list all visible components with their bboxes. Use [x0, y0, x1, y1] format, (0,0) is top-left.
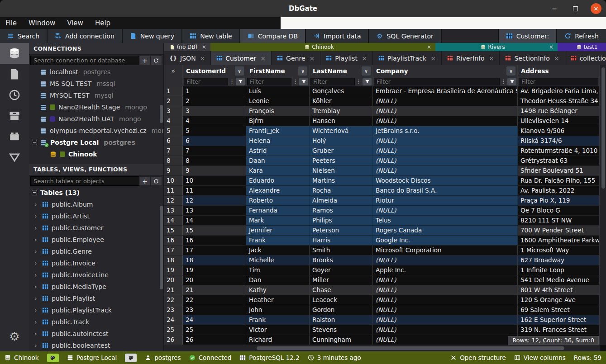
rail-item-file[interactable] [0, 64, 29, 85]
cell-customerid[interactable]: 21 [183, 285, 246, 295]
column-header-firstname[interactable]: FirstName∨ [246, 65, 310, 77]
cell-address[interactable]: Qe 7 Bloco G [518, 206, 600, 215]
cell-firstname[interactable]: Dan [246, 275, 310, 285]
cell-address[interactable]: Rotenturmstraße 4, 1010 I [518, 146, 600, 156]
cell-company[interactable]: (NULL) [373, 96, 518, 106]
filter-input-company[interactable] [374, 78, 500, 85]
close-icon[interactable]: × [310, 55, 315, 62]
close-icon[interactable]: × [489, 55, 494, 62]
rail-item-clock[interactable] [0, 85, 29, 105]
rail-item-puzzle[interactable] [0, 126, 29, 147]
cell-lastname[interactable]: Nielsen [310, 166, 373, 175]
table-item-public-album[interactable]: ›public.Album [29, 199, 163, 210]
filter-input-customerid[interactable] [184, 78, 228, 85]
filter-funnel-button[interactable] [363, 78, 372, 85]
cell-company[interactable]: Banco do Brasil S.A. [373, 186, 518, 195]
cell-address[interactable]: 1 Infinite Loop [518, 265, 600, 275]
cell-company[interactable]: Riotur [373, 196, 518, 205]
menu-item-help[interactable]: Help [95, 19, 110, 27]
toolbar-button-new-query[interactable]: New query [123, 29, 182, 43]
cell-customerid[interactable]: 24 [183, 315, 246, 325]
menu-item-window[interactable]: Window [29, 19, 55, 27]
cell-lastname[interactable]: Almeida [310, 196, 373, 205]
cell-lastname[interactable]: Harris [310, 236, 373, 245]
cell-lastname[interactable]: Chase [310, 285, 373, 295]
cell-company[interactable]: (NULL) [373, 315, 518, 325]
grid-corner-button[interactable]: » [164, 65, 183, 77]
cell-lastname[interactable]: Rocha [310, 186, 373, 195]
cell-lastname[interactable]: Gonçalves [310, 86, 373, 96]
table-item-public-mediatype[interactable]: ›public.MediaType [29, 281, 163, 293]
chevron-right-icon[interactable]: › [34, 330, 39, 337]
tables-search-input[interactable] [30, 176, 139, 186]
tab-playlist[interactable]: Playlist× [320, 51, 373, 65]
cell-firstname[interactable]: Frank [246, 315, 310, 325]
title-bar[interactable]: DbGate − ✕ [0, 0, 606, 17]
cell-customerid[interactable]: 23 [183, 305, 246, 315]
row-number[interactable]: 19 [164, 265, 183, 275]
row-number[interactable]: 18 [164, 255, 183, 265]
cell-firstname[interactable]: Leonie [246, 96, 310, 106]
table-item-public-playlisttrack[interactable]: ›public.PlaylistTrack [29, 304, 163, 316]
refresh-tables-button[interactable] [151, 176, 162, 186]
connection-item-chinook[interactable]: Chinook [29, 148, 163, 160]
row-number[interactable]: 5 [164, 126, 183, 136]
close-icon[interactable]: × [200, 44, 208, 50]
cell-address[interactable]: 801 W 4th Street [518, 285, 600, 295]
row-number[interactable]: 1 [164, 86, 183, 96]
cell-firstname[interactable]: Tim [246, 265, 310, 275]
cell-company[interactable]: Microsoft Corporation [373, 246, 518, 255]
chevron-right-icon[interactable]: › [34, 283, 39, 290]
cell-address[interactable]: 162 E Superior Street [518, 315, 600, 325]
database-group-tab-rivers[interactable]: Rivers× [435, 43, 558, 51]
rail-item-settings[interactable]: ⚙ [0, 326, 29, 347]
cell-address[interactable]: 627 Broadway [518, 255, 600, 265]
cell-company[interactable]: (NULL) [373, 295, 518, 305]
cell-lastname[interactable]: Ramos [310, 206, 373, 215]
dots-menu-icon[interactable]: ⋮ [501, 78, 506, 85]
cell-company[interactable]: (NULL) [373, 156, 518, 165]
filter-input-firstname[interactable] [247, 78, 291, 85]
cell-customerid[interactable]: 13 [183, 206, 246, 215]
cell-address[interactable]: Praça Pio X, 119 [518, 196, 600, 205]
chevron-down-icon[interactable]: ∨ [298, 66, 307, 76]
cell-address[interactable]: Klanova 9/506 [518, 126, 600, 136]
tab-riverinfo[interactable]: RiverInfo× [442, 51, 500, 65]
tab-playlisttrack[interactable]: PlaylistTrack× [373, 51, 442, 65]
toolbar-button-compare-db[interactable]: Compare DB [240, 29, 306, 43]
collapse-icon[interactable]: − [32, 140, 37, 145]
cell-lastname[interactable]: Köhler [310, 96, 373, 106]
toolbar-button-new-table[interactable]: New table [182, 29, 240, 43]
cell-firstname[interactable]: Michelle [246, 255, 310, 265]
cell-customerid[interactable]: 20 [183, 275, 246, 285]
cell-customerid[interactable]: 4 [183, 116, 246, 126]
cell-customerid[interactable]: 14 [183, 216, 246, 225]
database-group-tab-chinook[interactable]: Chinook× [210, 43, 435, 51]
cell-address[interactable]: Av. Brigadeiro Faria Lima, 2 [518, 86, 600, 96]
row-number[interactable]: 13 [164, 206, 183, 215]
maximize-button[interactable] [570, 3, 581, 14]
cell-firstname[interactable]: Kara [246, 166, 310, 175]
cell-customerid[interactable]: 1 [183, 86, 246, 96]
cell-company[interactable]: (NULL) [373, 335, 518, 345]
connection-item-olympus-medportal-vychozi-cz[interactable]: olympus-medportal.vychozi.czmongo [29, 125, 163, 137]
cell-lastname[interactable]: Peeters [310, 156, 373, 165]
filter-input-lastname[interactable] [310, 78, 355, 85]
cell-address[interactable]: Grétrystraat 63 [518, 156, 600, 165]
chevron-right-icon[interactable]: › [34, 260, 39, 267]
cell-lastname[interactable]: Stevens [310, 325, 373, 335]
table-item-public-artist[interactable]: ›public.Artist [29, 210, 163, 222]
cell-customerid[interactable]: 12 [183, 196, 246, 205]
cell-customerid[interactable]: 5 [183, 126, 246, 136]
cell-address[interactable]: Ullevĺlsveien 14 [518, 116, 600, 126]
row-number[interactable]: 14 [164, 216, 183, 225]
table-item-public-customer[interactable]: ›public.Customer [29, 222, 163, 234]
rail-item-archive[interactable] [0, 105, 29, 126]
cell-address[interactable]: 120 S Orange Ave [518, 295, 600, 305]
cell-customerid[interactable]: 6 [183, 136, 246, 146]
table-item-public-autoinctest[interactable]: ›public.autoinctest [29, 328, 163, 340]
cell-customerid[interactable]: 26 [183, 335, 246, 345]
cell-lastname[interactable]: Holý [310, 136, 373, 146]
cell-firstname[interactable]: Richard [246, 335, 310, 345]
add-table-small-button[interactable]: + [139, 176, 151, 186]
